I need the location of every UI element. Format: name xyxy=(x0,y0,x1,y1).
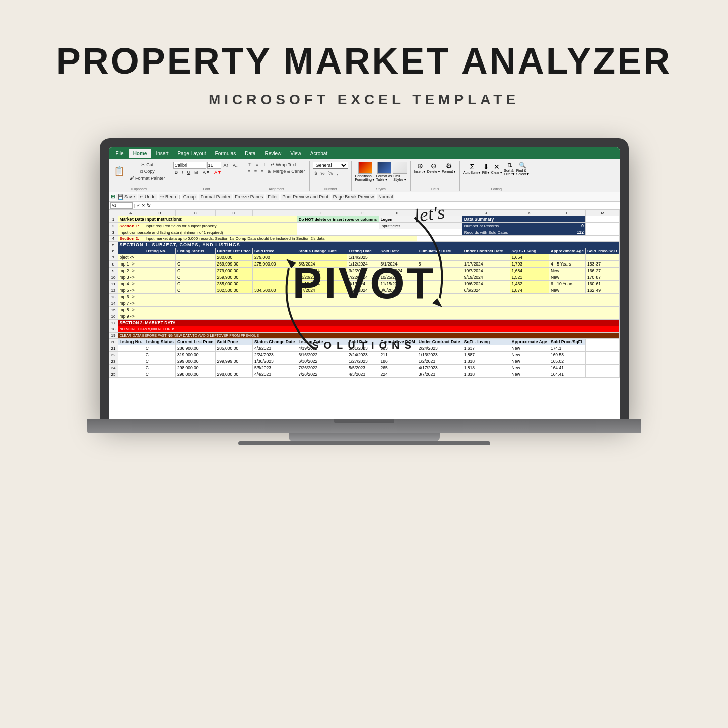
cells-section: ⊕ Insert▼ ⊖ Delete▼ ⚙ Format▼ xyxy=(413,161,460,191)
paste-button[interactable]: 📋 xyxy=(112,166,127,177)
table-row: 23 C 299,000.00 299,999.00 1/30/2023 6/3… xyxy=(109,358,619,365)
laptop-foot xyxy=(238,441,490,445)
align-middle-button[interactable]: ≡ xyxy=(254,162,260,168)
table-row: 9 mp 2 -> C 279,000.00 10/13/2024 3/2/20… xyxy=(109,268,619,274)
bold-button[interactable]: B xyxy=(173,169,180,175)
table-row: 21 C 286,900.00 285,000.00 4/3/2023 4/19… xyxy=(109,345,619,352)
section2-label-cell: Section 2: xyxy=(118,236,144,242)
wrap-text-button[interactable]: ↵ Wrap Text xyxy=(269,162,298,168)
undo-quick-button[interactable]: ↩ Undo xyxy=(138,194,157,200)
tab-acrobat[interactable]: Acrobat xyxy=(306,149,332,158)
freeze-panes-button[interactable]: Freeze Panes xyxy=(233,194,264,200)
percent-button[interactable]: $ xyxy=(313,170,318,176)
alignment-section: ⊤ ≡ ⊥ ↵ Wrap Text ≡ ≡ ≡ ⊞ Merge & Center xyxy=(245,161,310,191)
format-painter-quick-button[interactable]: Format Painter xyxy=(199,194,232,200)
align-right-button[interactable]: ≡ xyxy=(259,168,265,174)
decimal-decrease-button[interactable]: , xyxy=(335,170,340,176)
font-section: A↑ A↓ B I U ⊞ A▼ A▼ Font xyxy=(172,161,243,191)
col-m: M xyxy=(586,210,619,216)
number-format-select[interactable]: General xyxy=(313,162,348,169)
tab-home[interactable]: Home xyxy=(129,149,151,158)
section1-header-row: 5 SECTION 1: SUBJECT, COMPS, AND LISTING… xyxy=(109,242,619,248)
col-b: B xyxy=(144,210,175,216)
tab-file[interactable]: File xyxy=(112,149,128,158)
align-bottom-button[interactable]: ⊥ xyxy=(261,162,268,168)
s1-col-sold-date: Sold Date xyxy=(379,248,417,254)
s1-col-status: Listing Status xyxy=(176,248,216,254)
clipboard-label: Clipboard xyxy=(112,186,167,191)
section2-header-row: 17 SECTION 2: MARKET DATA xyxy=(109,320,619,326)
font-size-input[interactable] xyxy=(207,162,221,169)
section2-line1-cell: Input market data up to 5,000 records. S… xyxy=(144,236,417,242)
decimal-increase-button[interactable]: ⁰⁄₀ xyxy=(326,170,335,176)
num-records-value: 0 xyxy=(510,223,585,229)
laptop-base xyxy=(87,419,641,433)
spreadsheet-area: A B C D E F G H I J xyxy=(109,210,620,419)
section1-header-cell: SECTION 1: SUBJECT, COMPS, AND LISTINGS xyxy=(118,242,619,248)
align-top-button[interactable]: ⊤ xyxy=(246,162,253,168)
underline-button[interactable]: U xyxy=(186,169,192,175)
font-color-button[interactable]: A▼ xyxy=(213,169,223,175)
normal-view-button[interactable]: Normal xyxy=(377,194,394,200)
align-left-button[interactable]: ≡ xyxy=(246,168,252,174)
filter-button[interactable]: Filter xyxy=(266,194,279,200)
tab-page-layout[interactable]: Page Layout xyxy=(173,149,210,158)
check-icon: ✓ xyxy=(137,203,140,208)
save-quick-button[interactable]: 💾 Save xyxy=(116,194,137,200)
tab-data[interactable]: Data xyxy=(241,149,259,158)
col-header-row xyxy=(109,210,118,216)
table-row: 4 Section 2: Input market data up to 5,0… xyxy=(109,236,619,242)
align-center-button[interactable]: ≡ xyxy=(253,168,258,174)
col-i: I xyxy=(417,210,462,216)
comma-button[interactable]: % xyxy=(319,170,326,176)
tab-insert[interactable]: Insert xyxy=(152,149,172,158)
redo-quick-button[interactable]: ↪ Redo xyxy=(159,194,178,200)
data-summary-title-cell: Data Summary xyxy=(462,216,585,223)
instructions-title-cell: Market Data Input Instructions: xyxy=(118,216,297,223)
s1-col-sqft: SqFt - Living xyxy=(510,248,549,254)
cell-reference-input[interactable] xyxy=(110,202,133,209)
cut-button[interactable]: ✂ Cut xyxy=(128,162,167,168)
format-painter-button[interactable]: 🖌 Format Painter xyxy=(128,175,167,181)
print-preview-button[interactable]: Print Preview and Print xyxy=(281,194,330,200)
styles-label: Styles xyxy=(355,186,407,191)
decrease-font-button[interactable]: A↓ xyxy=(231,162,240,168)
font-name-input[interactable] xyxy=(173,162,206,169)
s1-col-sold-sqft: Sold Price/SqFt xyxy=(586,248,619,254)
table-row: 11 mp 4 -> C 235,000.00 11/19/2024 8/1/2… xyxy=(109,281,619,287)
table-row: 14 mp 7 -> xyxy=(109,300,619,307)
table-row: 15 mp 8 -> xyxy=(109,307,619,313)
s1-col-sold: Sold Price xyxy=(252,248,297,254)
table-row: 12 mp 5 -> C 302,500.00 304,500.00 8/7/2… xyxy=(109,287,619,294)
merge-center-button[interactable]: ⊞ Merge & Center xyxy=(266,168,306,174)
laptop-stand xyxy=(289,433,440,441)
group-button[interactable]: Group xyxy=(182,194,197,200)
editing-section: Σ AutoSum▼ ⬇ Fill▼ ✕ Clear▼ xyxy=(462,161,533,191)
formula-bar: | ✓ ✕ fx xyxy=(109,202,620,210)
table-row: 24 C 298,000.00 5/5/2023 7/26/2022 5/5/2… xyxy=(109,365,619,371)
section2-warning1-cell: NO MORE THAN 5,000 RECORDS xyxy=(118,326,619,333)
increase-font-button[interactable]: A↑ xyxy=(222,162,231,168)
sold-dates-value: 112 xyxy=(510,229,585,236)
page-subtitle: MICROSOFT EXCEL TEMPLATE xyxy=(209,92,519,108)
section1-line2-cell: Input comparable and listing data (minim… xyxy=(118,229,297,236)
col-g: G xyxy=(347,210,379,216)
tab-review[interactable]: Review xyxy=(260,149,285,158)
alignment-label: Alignment xyxy=(246,186,307,191)
page-break-button[interactable]: Page Break Preview xyxy=(332,194,376,200)
laptop-screen-outer: File Home Insert Page Layout Formulas Da… xyxy=(100,138,629,419)
col-a: A xyxy=(118,210,144,216)
tab-formulas[interactable]: Formulas xyxy=(211,149,240,158)
col-l: L xyxy=(549,210,585,216)
quick-access-bar: ⊞ 💾 Save ↩ Undo ↪ Redo | Group Format Pa… xyxy=(109,192,620,202)
col-h: H xyxy=(379,210,417,216)
copy-button[interactable]: ⧉ Copy xyxy=(128,168,167,175)
s1-col-status-change: Status Change Date xyxy=(297,248,347,254)
col-e: E xyxy=(252,210,297,216)
italic-button[interactable]: I xyxy=(180,169,185,175)
fill-color-button[interactable]: A▼ xyxy=(201,169,212,175)
tab-view[interactable]: View xyxy=(286,149,305,158)
section2-header-cell: SECTION 2: MARKET DATA xyxy=(118,320,619,326)
border-button[interactable]: ⊞ xyxy=(193,169,200,175)
legend-title-cell: Legen xyxy=(379,216,462,223)
